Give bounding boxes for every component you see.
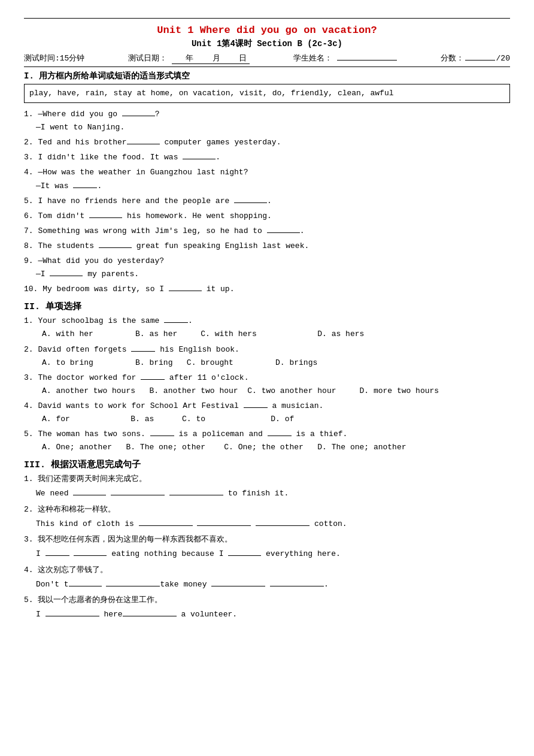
score: 分数： /20: [441, 53, 510, 63]
fill-blank-2c: [256, 518, 310, 526]
fill-q5-chinese: 5. 我以一个志愿者的身份在这里工作。: [24, 594, 510, 607]
date-blank: 年 月 日: [172, 53, 250, 64]
fill-q5: 5. 我以一个志愿者的身份在这里工作。 I here a volunteer.: [24, 594, 510, 621]
section2-questions: 1. Your schoolbag is the same . A. with …: [24, 315, 510, 454]
fill-q2: 2. 这种布和棉花一样软。 This kind of cloth is cott…: [24, 503, 510, 531]
meta-row: 测试时间:15分钟 测试日期： 年 月 日 学生姓名： 分数： /20: [24, 53, 510, 67]
q3: 3. I didn't like the food. It was .: [24, 151, 510, 164]
mc-blank-2: [131, 343, 155, 352]
q9-sub: —I my parents.: [36, 268, 510, 281]
blank-4: [73, 180, 97, 188]
mc-q1: 1. Your schoolbag is the same . A. with …: [24, 315, 510, 341]
fill-q3: 3. 我不想吃任何东西，因为这里的每一样东西我都不喜欢。 I eating no…: [24, 533, 510, 561]
mc-options-5: A. One; another B. The one; other C. One…: [42, 441, 510, 454]
blank-2: [127, 136, 160, 144]
mc-blank-4: [244, 400, 268, 408]
sub-title: Unit 1第4课时 Section B (2c-3c): [24, 38, 510, 49]
fill-blank-2a: [139, 518, 193, 526]
q7: 7. Something was wrong with Jim's leg, s…: [24, 225, 510, 238]
fill-q2-chinese: 2. 这种布和棉花一样软。: [24, 503, 510, 516]
mc-options-4: A. for B. as C. to D. of: [42, 413, 510, 426]
fill-blank-1a: [73, 487, 106, 495]
fill-blank-4c: [211, 578, 265, 586]
word-box: play, have, rain, stay at home, on vacat…: [24, 84, 510, 103]
mc-blank-1: [164, 315, 188, 323]
mc-blank-3: [141, 371, 165, 380]
fill-blank-1c: [169, 487, 223, 495]
main-title: Unit 1 Where did you go on vacation?: [24, 25, 510, 36]
fill-q3-english: I eating nothing because I everything he…: [36, 547, 510, 561]
fill-q4-english: Don't t take money .: [36, 577, 510, 591]
blank-9: [50, 268, 83, 276]
mc-options-2: A. to bring B. bring C. brought D. bring…: [42, 356, 510, 370]
section1-title: I. 用方框内所给单词或短语的适当形式填空: [24, 71, 510, 81]
name-blank: [337, 60, 397, 61]
fill-blank-5b: [123, 608, 177, 616]
fill-blank-5a: [45, 608, 99, 616]
test-date: 测试日期： 年 月 日: [128, 53, 250, 64]
blank-5: [234, 195, 267, 203]
fill-q5-english: I here a volunteer.: [36, 607, 510, 621]
section2-title: II. 单项选择: [24, 301, 510, 312]
blank-7: [267, 225, 300, 233]
mc-blank-5b: [268, 428, 292, 436]
mc-options-1: A. with her B. as her C. with hers D. as…: [42, 328, 510, 341]
fill-q1-chinese: 1. 我们还需要两天时间来完成它。: [24, 473, 510, 486]
mc-q5: 5. The woman has two sons. is a policema…: [24, 428, 510, 454]
blank-3: [183, 151, 216, 159]
fill-blank-4d: [270, 578, 324, 586]
q8: 8. The students great fun speaking Engli…: [24, 240, 510, 253]
section1-questions: 1. —Where did you go ? —I went to Nanjin…: [24, 108, 510, 296]
blank-10: [169, 283, 202, 291]
q1-sub: —I went to Nanjing.: [36, 121, 510, 134]
fill-blank-1b: [111, 487, 165, 495]
blank-8: [99, 240, 132, 248]
blank-6: [89, 210, 122, 218]
fill-q3-chinese: 3. 我不想吃任何东西，因为这里的每一样东西我都不喜欢。: [24, 533, 510, 546]
q1: 1. —Where did you go ? —I went to Nanjin…: [24, 108, 510, 134]
q4: 4. —How was the weather in Guangzhou las…: [24, 166, 510, 192]
mc-q3: 3. The doctor worked for after 11 o'cloc…: [24, 371, 510, 398]
q2: 2. Ted and his brother computer games ye…: [24, 136, 510, 149]
q9: 9. —What did you do yesterday? —I my par…: [24, 255, 510, 281]
fill-q1-english: We need to finish it.: [36, 486, 510, 500]
fill-blank-3a: [45, 548, 69, 556]
fill-q1: 1. 我们还需要两天时间来完成它。 We need to finish it.: [24, 473, 510, 500]
q10: 10. My bedroom was dirty, so I it up.: [24, 283, 510, 296]
mc-q2: 2. David often forgets his English book.…: [24, 343, 510, 370]
fill-blank-3c: [228, 548, 261, 556]
fill-q2-english: This kind of cloth is cotton.: [36, 517, 510, 531]
mc-options-3: A. another two hours B. another two hour…: [42, 385, 510, 398]
q5: 5. I have no friends here and the people…: [24, 195, 510, 208]
blank-1: [122, 108, 155, 116]
q6: 6. Tom didn't his homework. He went shop…: [24, 210, 510, 223]
mc-q4: 4. David wants to work for School Art Fe…: [24, 400, 510, 426]
fill-q4: 4. 这次别忘了带钱了。 Don't t take money .: [24, 564, 510, 591]
fill-blank-4b: [106, 578, 160, 586]
student-name: 学生姓名：: [293, 53, 397, 63]
fill-q4-chinese: 4. 这次别忘了带钱了。: [24, 564, 510, 577]
fill-blank-3b: [74, 548, 107, 556]
section3-questions: 1. 我们还需要两天时间来完成它。 We need to finish it. …: [24, 473, 510, 621]
score-blank: [465, 60, 495, 61]
mc-blank-5a: [150, 428, 174, 436]
top-border: [24, 18, 510, 19]
test-time: 测试时间:15分钟: [24, 53, 84, 63]
fill-blank-4a: [69, 578, 102, 586]
fill-blank-2b: [197, 518, 251, 526]
section3-title: III. 根据汉语意思完成句子: [24, 459, 510, 470]
q4-sub: —It was .: [36, 180, 510, 193]
